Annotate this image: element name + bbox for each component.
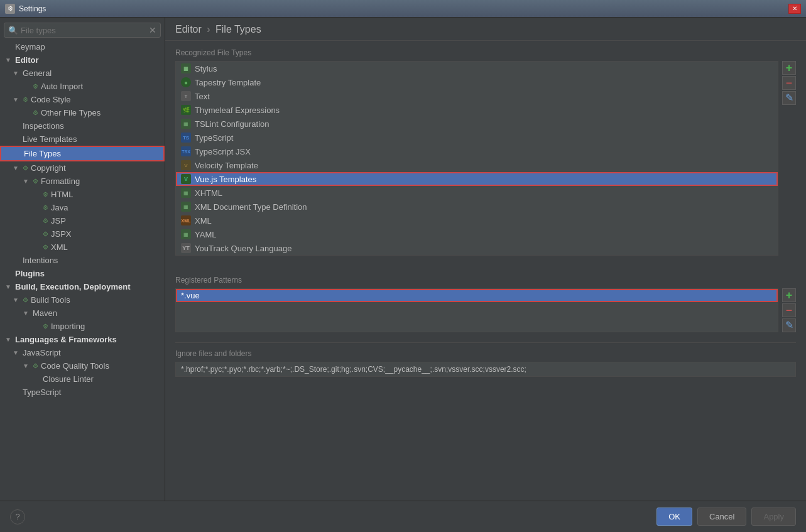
sidebar-item-typescript[interactable]: TypeScript <box>0 386 165 399</box>
file-type-xhtml[interactable]: ▦ XHTML <box>176 186 778 200</box>
registered-label: Registered Patterns <box>175 276 796 285</box>
file-type-xml-dtd[interactable]: ▦ XML Document Type Definition <box>176 200 778 214</box>
sidebar-item-general[interactable]: ▼ General <box>0 67 165 80</box>
file-type-tapestry[interactable]: ● Tapestry Template <box>176 75 778 89</box>
sidebar-item-live-templates[interactable]: Live Templates <box>0 133 165 146</box>
arrow-icon: ▼ <box>13 96 20 103</box>
arrow-icon: ▼ <box>23 178 30 185</box>
sidebar-label: Keymap <box>15 42 45 52</box>
file-type-label: XML <box>195 216 212 225</box>
sidebar-item-maven[interactable]: ▼ Maven <box>0 307 165 320</box>
sidebar-label: JSP <box>51 216 66 225</box>
search-input[interactable] <box>21 26 146 35</box>
settings-icon: ⚙ <box>23 165 28 171</box>
settings-icon: ⚙ <box>43 244 48 251</box>
file-type-velocity[interactable]: V Velocity Template <box>176 158 778 172</box>
thymeleaf-icon: 🌿 <box>181 105 191 115</box>
settings-icon: ⚙ <box>43 231 48 237</box>
sidebar-label: Build Tools <box>31 295 70 305</box>
edit-pattern-button[interactable]: ✎ <box>782 318 796 332</box>
sidebar-label: Maven <box>33 308 57 318</box>
sidebar-label: Code Quality Tools <box>41 361 109 371</box>
sidebar-item-build-execution[interactable]: ▼ Build, Execution, Deployment <box>0 280 165 293</box>
sidebar-label: General <box>23 68 52 78</box>
add-pattern-button[interactable]: + <box>782 288 796 302</box>
recognized-actions: + − ✎ <box>782 61 796 266</box>
typescript-icon: TS <box>181 133 191 143</box>
clear-search-icon[interactable]: ✕ <box>149 25 156 35</box>
remove-file-type-button[interactable]: − <box>782 76 796 90</box>
sidebar-item-build-tools[interactable]: ▼ ⚙ Build Tools <box>0 293 165 307</box>
sidebar-item-plugins[interactable]: Plugins <box>0 267 165 280</box>
file-type-typescript[interactable]: TS TypeScript <box>176 131 778 144</box>
stylus-icon: ▦ <box>181 63 191 73</box>
registered-section: *.vue + − ✎ <box>175 288 796 332</box>
sidebar-item-jspx[interactable]: ⚙ JSPX <box>0 227 165 241</box>
sidebar-item-java[interactable]: ⚙ Java <box>0 201 165 214</box>
pattern-actions: + − ✎ <box>782 288 796 332</box>
add-file-type-button[interactable]: + <box>782 61 796 75</box>
sidebar-label: TypeScript <box>23 388 61 397</box>
sidebar-label: Languages & Frameworks <box>15 335 117 344</box>
recognized-label: Recognized File Types <box>175 48 796 57</box>
sidebar-item-xml[interactable]: ⚙ XML <box>0 241 165 254</box>
ignore-input[interactable] <box>175 362 796 377</box>
pattern-vue[interactable]: *.vue <box>176 289 778 302</box>
file-type-vuejs[interactable]: V Vue.js Templates <box>176 172 778 186</box>
ok-button[interactable]: OK <box>656 508 692 526</box>
sidebar-label: Code Style <box>31 95 71 104</box>
file-type-tslint[interactable]: ▦ TSLint Configuration <box>176 117 778 131</box>
sidebar-item-other-file-types[interactable]: ⚙ Other File Types <box>0 106 165 119</box>
velocity-icon: V <box>181 160 191 170</box>
help-button[interactable]: ? <box>10 509 25 524</box>
sidebar-item-editor[interactable]: ▼ Editor <box>0 53 165 67</box>
apply-button[interactable]: Apply <box>751 508 796 526</box>
sidebar-item-copyright[interactable]: ▼ ⚙ Copyright <box>0 161 165 175</box>
sidebar-item-file-types[interactable]: File Types <box>0 146 165 161</box>
sidebar-item-closure-linter[interactable]: Closure Linter <box>0 372 165 386</box>
sidebar-label: JSPX <box>51 229 72 239</box>
content-body: Recognized File Types ▦ Stylus ● Tapestr… <box>165 41 806 501</box>
sidebar-item-html[interactable]: ⚙ HTML <box>0 188 165 201</box>
sidebar-item-importing[interactable]: ⚙ Importing <box>0 320 165 333</box>
file-type-tsx[interactable]: TSX TypeScript JSX <box>176 144 778 158</box>
file-type-list[interactable]: ▦ Stylus ● Tapestry Template T Text <box>175 61 778 256</box>
file-type-youtrack[interactable]: YT YouTrack Query Language <box>176 241 778 255</box>
remove-pattern-button[interactable]: − <box>782 303 796 317</box>
file-type-thymeleaf[interactable]: 🌿 Thymeleaf Expressions <box>176 103 778 117</box>
file-type-label: Velocity Template <box>195 161 258 170</box>
sidebar-label: Java <box>51 203 68 212</box>
window-title: Settings <box>19 4 785 13</box>
file-type-xml[interactable]: XML XML <box>176 214 778 227</box>
search-icon: 🔍 <box>8 26 18 35</box>
edit-file-type-button[interactable]: ✎ <box>782 91 796 105</box>
yaml-icon: ▦ <box>181 229 191 239</box>
sidebar-item-intentions[interactable]: Intentions <box>0 254 165 267</box>
sidebar-item-auto-import[interactable]: ⚙ Auto Import <box>0 80 165 93</box>
file-type-stylus[interactable]: ▦ Stylus <box>176 62 778 75</box>
file-type-label: Vue.js Templates <box>195 175 256 184</box>
sidebar-item-languages[interactable]: ▼ Languages & Frameworks <box>0 333 165 346</box>
sidebar-label: Copyright <box>31 163 66 173</box>
arrow-icon: ▼ <box>13 296 20 303</box>
close-button[interactable]: ✕ <box>788 4 801 14</box>
sidebar-label: File Types <box>24 149 61 158</box>
sidebar-item-formatting[interactable]: ▼ ⚙ Formatting <box>0 175 165 188</box>
arrow-icon: ▼ <box>23 362 30 369</box>
cancel-button[interactable]: Cancel <box>697 508 746 526</box>
file-type-text[interactable]: T Text <box>176 89 778 103</box>
sidebar-item-javascript[interactable]: ▼ JavaScript <box>0 346 165 359</box>
search-box[interactable]: 🔍 ✕ <box>4 23 161 38</box>
sidebar-label: Editor <box>15 55 39 65</box>
sidebar-item-jsp[interactable]: ⚙ JSP <box>0 214 165 227</box>
bottom-left: ? <box>10 509 656 524</box>
settings-icon: ⚙ <box>23 96 28 103</box>
file-type-label: YouTrack Query Language <box>195 244 291 253</box>
sidebar-item-code-style[interactable]: ▼ ⚙ Code Style <box>0 93 165 106</box>
sidebar-item-keymap[interactable]: Keymap <box>0 40 165 53</box>
sidebar-item-inspections[interactable]: Inspections <box>0 119 165 133</box>
patterns-list[interactable]: *.vue <box>175 288 778 332</box>
file-type-label: Stylus <box>195 64 217 73</box>
sidebar-item-code-quality-tools[interactable]: ▼ ⚙ Code Quality Tools <box>0 359 165 372</box>
file-type-yaml[interactable]: ▦ YAML <box>176 227 778 241</box>
